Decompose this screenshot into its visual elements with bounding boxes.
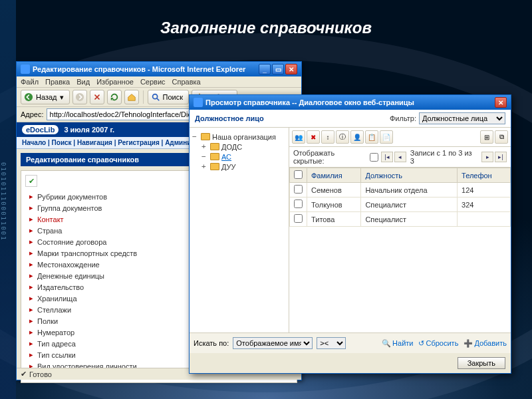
tree-root[interactable]: −Наша организация <box>192 132 286 142</box>
dialog-close-button[interactable]: ✕ <box>495 97 507 108</box>
tree-item[interactable]: −АС <box>192 152 286 162</box>
bullet-icon: ▸ <box>29 305 33 314</box>
bullet-icon: ▸ <box>29 215 33 223</box>
pager-prev[interactable]: ◂ <box>394 152 406 162</box>
minimize-button[interactable]: _ <box>259 64 271 74</box>
pager-last[interactable]: ▸| <box>495 152 507 162</box>
ie-icon <box>194 98 203 107</box>
slide-title: Заполнение справочников <box>0 19 532 37</box>
stop-button[interactable] <box>90 90 104 104</box>
menu-item[interactable]: Сервис <box>140 78 166 86</box>
forward-button[interactable] <box>72 90 87 104</box>
tool-button[interactable]: ⓘ <box>336 130 349 144</box>
svg-point-1 <box>75 93 83 101</box>
select-all-header[interactable] <box>290 168 307 183</box>
folder-icon <box>210 163 219 170</box>
back-button[interactable]: Назад ▾ <box>21 90 70 104</box>
app-date: 3 июля 2007 г. <box>64 126 114 134</box>
pager-next[interactable]: ▸ <box>481 152 493 162</box>
ie-title: Редактирование справочников - Microsoft … <box>33 65 245 73</box>
menu-item[interactable]: Файл <box>21 78 39 86</box>
filter-label: Фильтр: <box>390 114 416 122</box>
brand-strip: 0101011100011001 <box>0 0 16 399</box>
menu-item[interactable]: Избранное <box>96 78 134 86</box>
table-row[interactable]: ТитоваСпециалист <box>290 212 511 227</box>
app-logo: eDocLib <box>22 125 59 134</box>
bullet-icon: ▸ <box>29 237 33 246</box>
column-header[interactable]: Телефон <box>458 168 511 183</box>
tree-item[interactable]: +ДУУ <box>192 162 286 172</box>
close-dialog-button[interactable]: Закрыть <box>458 357 505 369</box>
filter-select[interactable]: Должностные лица <box>419 112 505 124</box>
row-checkbox[interactable] <box>294 214 303 223</box>
ie-icon <box>21 65 30 74</box>
svg-point-0 <box>25 93 33 101</box>
dialog-footer: Искать по: Отображаемое имя >< 🔍Найти ↺С… <box>190 332 511 353</box>
bullet-icon: ▸ <box>29 203 33 212</box>
maximize-button[interactable]: ▭ <box>272 64 284 74</box>
status-text: Готово <box>29 370 52 378</box>
column-header[interactable]: Должность <box>361 168 458 183</box>
bullet-icon: ▸ <box>29 317 33 325</box>
svg-point-2 <box>152 94 157 99</box>
folder-icon <box>210 153 219 160</box>
search-field-select[interactable]: Отображаемое имя <box>233 337 313 349</box>
show-hidden-label: Отображать скрытые: <box>293 149 367 165</box>
ie-titlebar[interactable]: Редактирование справочников - Microsoft … <box>17 62 301 76</box>
tool-button[interactable]: ↕ <box>321 130 334 144</box>
reset-link[interactable]: ↺Сбросить <box>418 339 458 348</box>
org-tree: −Наша организация +ДОДС−АС+ДУУ <box>190 128 289 332</box>
add-link[interactable]: ➕Добавить <box>464 339 507 348</box>
pager-first[interactable]: |◂ <box>381 152 393 162</box>
address-label: Адрес: <box>21 110 44 118</box>
bullet-icon: ▸ <box>29 271 33 280</box>
menu-item[interactable]: Вид <box>76 78 90 86</box>
dialog-header: Должностное лицо Фильтр: Должностные лиц… <box>190 110 511 127</box>
grid-controls: Отображать скрытые: |◂ ◂ Записи с 1 по 3… <box>289 147 511 168</box>
status-icon: ✔ <box>21 370 27 378</box>
search-op-select[interactable]: >< <box>317 337 346 349</box>
bullet-icon: ▸ <box>29 350 33 359</box>
pager-text: Записи с 1 по 3 из 3 <box>408 149 480 165</box>
viewer-dialog: Просмотр справочника -- Диалоговое окно … <box>189 94 511 374</box>
table-row[interactable]: СеменовНачальник отдела124 <box>290 183 511 198</box>
row-checkbox[interactable] <box>294 200 303 208</box>
find-link[interactable]: 🔍Найти <box>382 339 413 348</box>
menu-item[interactable]: Правка <box>45 78 70 86</box>
ie-menubar: ФайлПравкаВидИзбранноеСервисСправка <box>17 76 301 88</box>
bullet-icon: ▸ <box>29 192 33 201</box>
bullet-icon: ▸ <box>29 283 33 291</box>
table-row[interactable]: ТолкуновСпециалист324 <box>290 198 511 212</box>
column-header[interactable]: Фамилия <box>307 168 361 183</box>
bullet-icon: ▸ <box>29 328 33 336</box>
menu-item[interactable]: Справка <box>172 78 201 86</box>
tool-button[interactable]: ⊞ <box>480 130 493 144</box>
bullet-icon: ▸ <box>29 339 33 348</box>
search-button[interactable]: Поиск <box>148 90 189 104</box>
tool-button[interactable]: 📋 <box>365 130 378 144</box>
tool-button[interactable]: 👤 <box>350 130 364 144</box>
dialog-heading: Должностное лицо <box>195 114 264 122</box>
check-icon[interactable]: ✔ <box>25 175 37 187</box>
home-button[interactable] <box>124 90 139 104</box>
close-button[interactable]: ✕ <box>285 64 297 74</box>
pager: |◂ ◂ Записи с 1 по 3 из 3 ▸ ▸| <box>381 149 507 165</box>
folder-icon <box>210 143 219 150</box>
tree-item[interactable]: +ДОДС <box>192 142 286 152</box>
bullet-icon: ▸ <box>29 226 33 235</box>
tool-button[interactable]: 📄 <box>380 130 393 144</box>
data-grid: ФамилияДолжностьТелефон СеменовНачальник… <box>289 168 511 227</box>
refresh-button[interactable] <box>107 90 122 104</box>
delete-button[interactable]: ✖ <box>307 130 320 144</box>
dialog-titlebar[interactable]: Просмотр справочника -- Диалоговое окно … <box>190 95 511 110</box>
tool-button[interactable]: ⧉ <box>495 130 508 144</box>
grid-toolbar: 👥 ✖ ↕ ⓘ 👤 📋 📄 ⊞ ⧉ <box>289 128 511 147</box>
tool-button[interactable]: 👥 <box>292 130 305 144</box>
search-by-label: Искать по: <box>194 339 229 347</box>
show-hidden-checkbox[interactable] <box>370 153 378 162</box>
row-checkbox[interactable] <box>294 185 303 194</box>
bullet-icon: ▸ <box>29 249 33 257</box>
folder-icon <box>201 133 210 140</box>
dialog-title: Просмотр справочника -- Диалоговое окно … <box>205 98 414 106</box>
bullet-icon: ▸ <box>29 260 33 269</box>
